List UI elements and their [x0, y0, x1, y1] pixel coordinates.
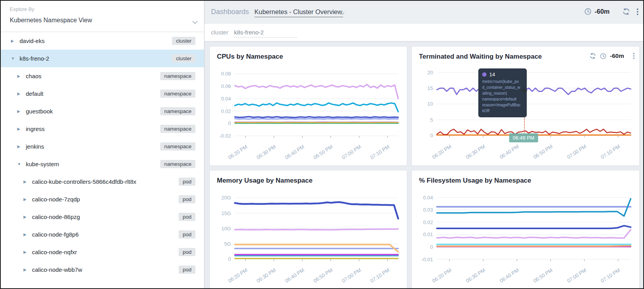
tree-item-chaos[interactable]: ▶chaosnamespace [0, 67, 204, 85]
triangle-right-icon[interactable]: ▶ [17, 92, 26, 96]
tooltip-text: d_container_status_w [482, 84, 523, 90]
tree-item-type-badge: pod [179, 178, 195, 186]
namespace-tree: ▶david-ekscluster▼k8s-freno-2cluster▶cha… [0, 32, 204, 278]
svg-text:0.01: 0.01 [423, 232, 433, 237]
chart-title: Terminated and Waiting by Namespace [419, 53, 542, 61]
triangle-right-icon[interactable]: ▶ [23, 232, 32, 237]
app-window: Explore By Kubernetes Namespace View ▶da… [0, 0, 644, 289]
svg-text:06:50 PM: 06:50 PM [532, 143, 554, 160]
svg-text:5: 5 [430, 117, 433, 123]
triangle-right-icon[interactable]: ▶ [23, 180, 32, 184]
svg-text:20: 20 [428, 70, 433, 75]
tree-item-label: guestbook [26, 108, 53, 115]
svg-text:06:30 PM: 06:30 PM [256, 267, 277, 284]
view-selector[interactable]: Kubernetes Namespace View [10, 17, 92, 24]
tree-item-label: calico-node-86pzg [32, 214, 80, 220]
filesystem-usage-chart[interactable]: -0.0100.010.020.030.0406:20 PM06:30 PM06… [412, 171, 639, 289]
refresh-icon[interactable] [622, 7, 630, 16]
cursor-time-badge: 06:49 PM [509, 133, 538, 142]
kebab-menu-icon[interactable] [633, 53, 635, 59]
kebab-menu-icon[interactable] [637, 8, 639, 15]
refresh-icon[interactable] [589, 52, 596, 59]
svg-text:06:30 PM: 06:30 PM [256, 144, 277, 160]
dashboards-label: Dashboards [211, 8, 249, 16]
tree-item-default[interactable]: ▶defaultnamespace [0, 85, 204, 102]
tree-item-ingress[interactable]: ▶ingressnamespace [0, 120, 204, 138]
tooltip-text: aiting_reason) [482, 90, 523, 96]
svg-text:10G: 10G [221, 226, 231, 232]
tree-item-type-badge: cluster [172, 37, 195, 45]
svg-text:06:40 PM: 06:40 PM [284, 267, 305, 284]
svg-text:06:20 PM: 06:20 PM [227, 144, 249, 160]
svg-text:-0.01: -0.01 [421, 257, 433, 262]
svg-text:0.04: 0.04 [423, 195, 433, 201]
tree-item-label: calico-node-nqfxr [32, 249, 77, 255]
tree-item-calico-node-wbb7w[interactable]: ▶calico-node-wbb7wpod [0, 261, 204, 278]
time-range-label[interactable]: -60m [594, 8, 610, 15]
tree-item-label: kube-system [26, 161, 59, 167]
svg-text:06:30 PM: 06:30 PM [465, 143, 486, 160]
triangle-right-icon[interactable]: ▶ [23, 250, 32, 254]
tree-item-label: david-eks [20, 38, 45, 44]
tooltip-text: metric=sum(kube_po [482, 79, 523, 84]
triangle-right-icon[interactable]: ▶ [17, 109, 26, 113]
svg-text:0.03: 0.03 [423, 207, 433, 213]
svg-text:07:00 PM: 07:00 PM [566, 267, 587, 284]
triangle-down-icon[interactable]: ▼ [11, 56, 20, 61]
tree-item-type-badge: cluster [172, 54, 195, 63]
tooltip-text: reason=ImagePullBac [482, 102, 523, 108]
tree-item-label: jenkins [26, 143, 44, 150]
clock-icon[interactable] [584, 8, 592, 15]
chart-tooltip: 14 metric=sum(kube_po d_container_status… [478, 68, 527, 117]
triangle-right-icon[interactable]: ▶ [23, 215, 32, 219]
svg-text:06:20 PM: 06:20 PM [227, 267, 249, 284]
tree-item-type-badge: pod [179, 195, 195, 203]
main-area: Dashboards Kubernetes - Cluster Overview… [204, 0, 644, 289]
triangle-down-icon[interactable]: ▼ [17, 162, 26, 166]
tree-item-label: calico-node-fg8p6 [32, 231, 79, 238]
chevron-down-icon[interactable] [340, 10, 345, 17]
triangle-right-icon[interactable]: ▶ [17, 74, 26, 78]
triangle-right-icon[interactable]: ▶ [17, 144, 26, 149]
tree-item-kube-system[interactable]: ▼kube-systemnamespace [0, 155, 204, 173]
chart-title: CPUs by Namespace [217, 53, 283, 61]
tree-item-calico-node-86pzg[interactable]: ▶calico-node-86pzgpod [0, 208, 204, 226]
tree-item-david-eks[interactable]: ▶david-ekscluster [0, 32, 204, 50]
dashboard-select[interactable]: Kubernetes - Cluster Overview [254, 8, 343, 17]
memory-usage-chart[interactable]: 05G10G15G20G06:20 PM06:30 PM06:40 PM06:5… [210, 171, 407, 289]
triangle-right-icon[interactable]: ▶ [11, 39, 20, 43]
filter-bar: cluster k8s-freno-2 [204, 24, 644, 41]
tree-item-k8s-freno-2[interactable]: ▼k8s-freno-2cluster [0, 50, 204, 67]
tree-item-type-badge: pod [179, 230, 195, 239]
tree-item-type-badge: namespace [160, 160, 195, 168]
tree-item-calico-kube-controllers-5866c4dfdb-rlt8x[interactable]: ▶calico-kube-controllers-5866c4dfdb-rlt8… [0, 173, 204, 190]
cpus-chart[interactable]: -0.0200.020.040.060.0806:20 PM06:30 PM06… [210, 47, 407, 165]
dashboard-header: Dashboards Kubernetes - Cluster Overview… [204, 0, 644, 24]
sidebar-header: Explore By Kubernetes Namespace View [0, 0, 204, 32]
cluster-filter-input[interactable]: k8s-freno-2 [234, 29, 297, 38]
chart-time-range-label[interactable]: -60m [610, 52, 624, 59]
svg-text:07:10 PM: 07:10 PM [600, 143, 621, 160]
series-color-dot [482, 72, 487, 77]
svg-text:06:40 PM: 06:40 PM [499, 143, 520, 160]
svg-text:10: 10 [428, 101, 433, 107]
clock-icon[interactable] [600, 53, 606, 59]
svg-text:15: 15 [428, 85, 433, 91]
tree-item-type-badge: namespace [160, 72, 195, 80]
triangle-right-icon[interactable]: ▶ [23, 267, 32, 272]
panel-filesystem-usage: % Filesystem Usage by Namespace -0.0100.… [411, 170, 640, 289]
svg-text:06:30 PM: 06:30 PM [465, 267, 486, 284]
svg-text:06:50 PM: 06:50 PM [532, 267, 554, 284]
tree-item-calico-node-nqfxr[interactable]: ▶calico-node-nqfxrpod [0, 243, 204, 261]
tooltip-value: 14 [489, 72, 495, 77]
tree-item-calico-node-7zqdp[interactable]: ▶calico-node-7zqdppod [0, 190, 204, 208]
tree-item-calico-node-fg8p6[interactable]: ▶calico-node-fg8p6pod [0, 226, 204, 243]
tree-item-label: k8s-freno-2 [20, 55, 49, 62]
header-toolbar: -60m [584, 7, 639, 16]
triangle-right-icon[interactable]: ▶ [23, 197, 32, 201]
tree-item-jenkins[interactable]: ▶jenkinsnamespace [0, 138, 204, 155]
chevron-down-icon[interactable] [192, 19, 198, 26]
tree-item-guestbook[interactable]: ▶guestbooknamespace [0, 102, 204, 120]
triangle-right-icon[interactable]: ▶ [17, 127, 26, 131]
tree-item-type-badge: namespace [160, 142, 195, 151]
